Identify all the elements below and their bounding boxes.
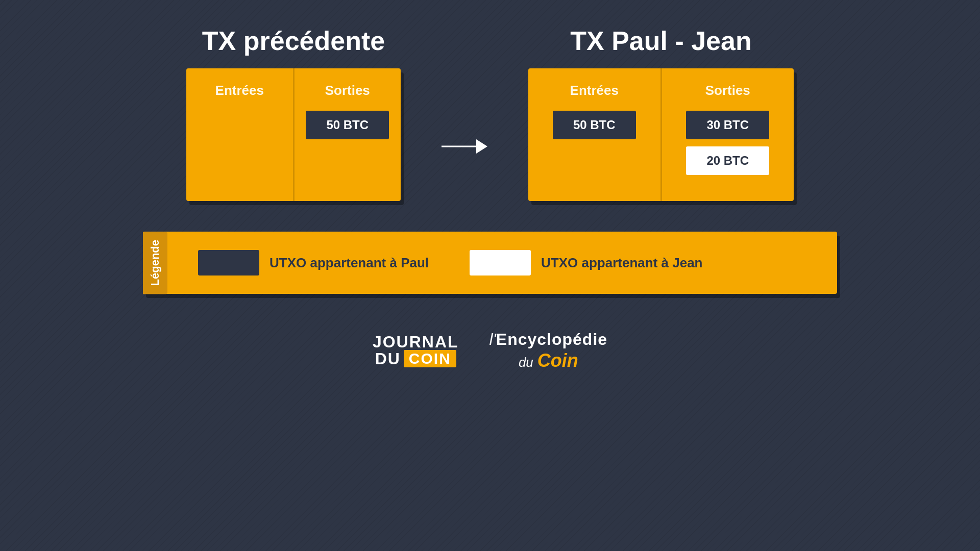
legend-items: UTXO appartenant à Paul UTXO appartenant… [167,232,733,294]
enc-line1: l' Encyclopédie [489,330,608,349]
tx-precedente-sorties: Sorties 50 BTC [293,68,401,201]
enc-prefix: l' [489,330,496,349]
tx-paul-jean-entree-value: 50 BTC [553,111,636,139]
legend-item-paul: UTXO appartenant à Paul [198,250,429,276]
legend-item-jean: UTXO appartenant à Jean [470,250,702,276]
coin-badge: COIN [404,350,456,367]
tx-paul-jean-sorties: Sorties 30 BTC 20 BTC [660,68,794,201]
legend-tab-label: Légende [143,232,167,294]
arrow-line [442,146,477,147]
tx-paul-jean-entrees-label: Entrées [570,83,619,98]
legend-swatch-paul [198,250,259,276]
enc-coin: Coin [537,349,578,371]
legend-swatch-jean [470,250,531,276]
transaction-arrow [442,139,487,154]
tx-paul-jean-entrees: Entrées 50 BTC [528,68,660,201]
journal-du-coin-logo: JOURNAL DU COIN [373,334,459,367]
tx-precedente-entrees: Entrées [186,68,293,201]
arrow-head [476,139,487,154]
tx-precedente-title: TX précédente [202,26,385,56]
tx-precedente-block: TX précédente Entrées Sorties 50 BTC [186,26,401,201]
main-content: TX précédente Entrées Sorties 50 BTC [0,0,980,551]
enc-line2: du Coin [489,349,608,371]
transactions-row: TX précédente Entrées Sorties 50 BTC [186,26,794,201]
tx-paul-jean-block: TX Paul - Jean Entrées 50 BTC Sorties 30… [528,26,794,201]
du-text: DU [375,350,401,367]
arrow-container [442,139,487,154]
legend-jean-label: UTXO appartenant à Jean [541,255,702,271]
tx-precedente-sorties-label: Sorties [325,83,370,98]
footer: JOURNAL DU COIN l' Encyclopédie du Coin [373,319,607,387]
enc-du: du [519,355,533,370]
tx-precedente-box: Entrées Sorties 50 BTC [186,68,401,201]
tx-paul-jean-title: TX Paul - Jean [570,26,751,56]
journal-text: JOURNAL [373,334,459,350]
journal-du-coin-line: DU COIN [375,350,456,367]
encyclopedie-logo: l' Encyclopédie du Coin [489,330,608,371]
tx-precedente-sortie-value: 50 BTC [306,111,389,139]
tx-paul-jean-box: Entrées 50 BTC Sorties 30 BTC 20 BTC [528,68,794,201]
legend-container: Légende UTXO appartenant à Paul UTXO app… [143,232,837,294]
enc-title: Encyclopédie [496,330,607,349]
tx-precedente-entrees-label: Entrées [215,83,264,98]
tx-paul-jean-sortie-paul: 30 BTC [686,111,769,139]
tx-paul-jean-sorties-label: Sorties [705,83,750,98]
legend-paul-label: UTXO appartenant à Paul [270,255,429,271]
tx-paul-jean-sortie-jean: 20 BTC [686,146,769,175]
